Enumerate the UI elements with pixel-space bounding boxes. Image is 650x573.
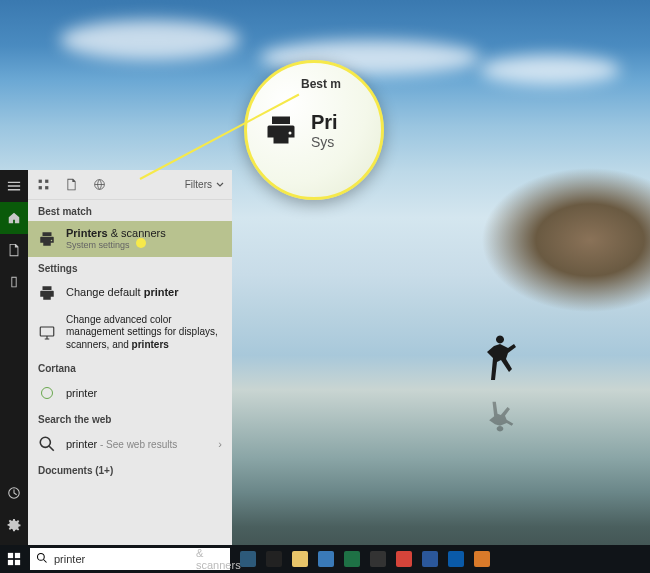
svg-rect-10 — [8, 560, 13, 565]
cloud — [60, 20, 240, 60]
device-icon[interactable] — [0, 266, 28, 298]
section-search-web: Search the web — [28, 408, 232, 429]
taskbar-app-task-view[interactable] — [236, 548, 260, 570]
section-documents: Documents (1+) — [28, 459, 232, 480]
filters-dropdown[interactable]: Filters — [185, 179, 224, 190]
svg-point-12 — [38, 554, 45, 561]
result-color-management[interactable]: Change advanced color management setting… — [28, 308, 232, 358]
svg-rect-3 — [38, 186, 41, 189]
gear-icon[interactable] — [0, 509, 28, 541]
zoom-title: Pri — [311, 111, 338, 134]
svg-rect-4 — [45, 186, 48, 189]
start-button[interactable] — [0, 545, 28, 573]
svg-rect-9 — [15, 553, 20, 558]
printer-icon — [38, 284, 56, 302]
section-cortana: Cortana — [28, 357, 232, 378]
result-search-web-printer[interactable]: printer - See web results › — [28, 429, 232, 459]
taskbar-search-input[interactable] — [54, 553, 192, 565]
svg-point-7 — [40, 438, 50, 448]
search-icon — [38, 435, 56, 453]
taskbar-app-sharex[interactable] — [366, 548, 390, 570]
svg-rect-1 — [38, 180, 41, 183]
taskbar-app-file-explorer[interactable] — [288, 548, 312, 570]
result-printers-and-scanners[interactable]: Printers & scanners System settings — [28, 221, 232, 257]
start-search-panel: Filters Best match Printers & scanners S… — [28, 170, 232, 545]
callout-magnifier: Best m Pri Sys — [244, 60, 384, 200]
taskbar-app-outlook[interactable] — [444, 548, 468, 570]
svg-rect-8 — [8, 553, 13, 558]
result-cortana-printer[interactable]: printer — [28, 378, 232, 408]
section-settings: Settings — [28, 257, 232, 278]
taskbar-app-edge[interactable] — [314, 548, 338, 570]
svg-rect-6 — [40, 327, 54, 336]
home-icon[interactable] — [0, 202, 28, 234]
callout-dot — [136, 238, 146, 248]
clock-icon[interactable] — [0, 477, 28, 509]
result-change-default-printer[interactable]: Change default printer — [28, 278, 232, 308]
zoom-best-label: Best m — [301, 77, 341, 91]
taskbar-app-word[interactable] — [418, 548, 442, 570]
printer-icon — [263, 112, 299, 148]
apps-icon[interactable] — [36, 178, 50, 192]
chevron-right-icon: › — [218, 438, 222, 450]
filters-label: Filters — [185, 179, 212, 190]
taskbar-app-chrome[interactable] — [392, 548, 416, 570]
hamburger-icon[interactable] — [0, 170, 28, 202]
runner-reflection — [480, 395, 520, 435]
start-left-rail — [0, 170, 28, 573]
printer-icon — [38, 230, 56, 248]
taskbar-app-paint[interactable] — [470, 548, 494, 570]
section-best-match: Best match — [28, 200, 232, 221]
taskbar: & scanners — [0, 545, 650, 573]
svg-rect-11 — [15, 560, 20, 565]
search-topbar: Filters — [28, 170, 232, 200]
runner-silhouette — [480, 330, 520, 390]
document-icon[interactable] — [64, 178, 78, 192]
cortana-icon — [38, 384, 56, 402]
zoom-subtitle: Sys — [311, 134, 338, 150]
taskbar-app-excel[interactable] — [340, 548, 364, 570]
taskbar-search[interactable]: & scanners — [30, 548, 230, 570]
search-icon — [36, 550, 48, 568]
cloud — [480, 55, 620, 85]
globe-icon[interactable] — [92, 178, 106, 192]
document-outline-icon[interactable] — [0, 234, 28, 266]
svg-rect-2 — [45, 180, 48, 183]
taskbar-apps — [236, 548, 494, 570]
display-icon — [38, 324, 56, 342]
search-hint: & scanners — [196, 547, 241, 571]
taskbar-app-amazon[interactable] — [262, 548, 286, 570]
